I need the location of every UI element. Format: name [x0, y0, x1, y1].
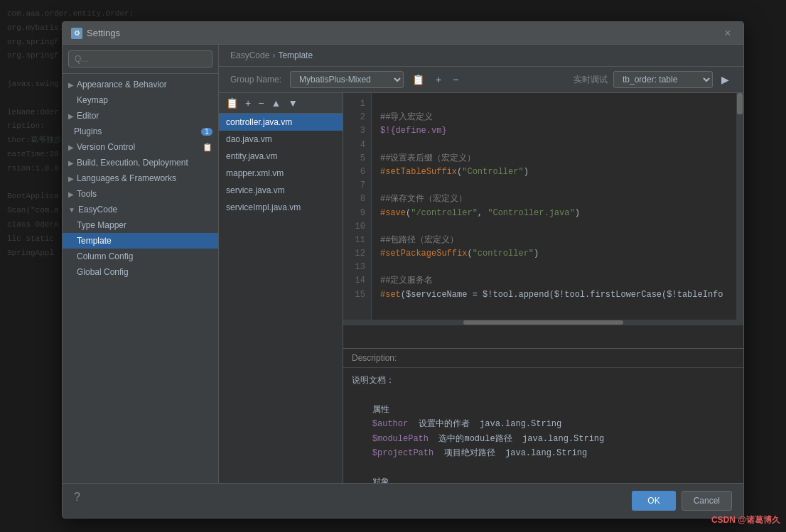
dialog-title-text: Settings [87, 28, 120, 38]
dialog-body: ▶ Appearance & Behavior Keymap ▶ Editor … [63, 45, 743, 483]
toolbar: Group Name: MybatisPlus-Mixed Default Cu… [219, 67, 743, 93]
sidebar-item-label: Plugins [74, 126, 102, 136]
arrow-icon: ▶ [68, 175, 74, 183]
desc-line: $projectPath 项目绝对路径 java.lang.String [352, 446, 735, 460]
arrow-icon: ▶ [68, 159, 74, 167]
group-select[interactable]: MybatisPlus-Mixed Default Custom [290, 71, 404, 88]
arrow-icon: ▼ [68, 206, 75, 214]
sidebar-item-editor[interactable]: ▶ Editor [63, 108, 218, 124]
table-select[interactable]: tb_order: table [613, 71, 713, 88]
horizontal-scrollbar[interactable] [343, 320, 743, 325]
desc-line: $author 设置中的作者 java.lang.String [352, 417, 735, 431]
sidebar-item-global-config[interactable]: Global Config [63, 264, 218, 280]
line-numbers: 1 2 3 4 5 6 7 8 9 10 11 [343, 93, 372, 320]
arrow-icon: ▶ [68, 143, 74, 151]
nav-tree: ▶ Appearance & Behavior Keymap ▶ Editor … [63, 74, 218, 483]
list-item[interactable]: controller.java.vm [219, 114, 343, 131]
cancel-button[interactable]: Cancel [682, 491, 732, 511]
list-down-button[interactable]: ▼ [285, 96, 301, 110]
add-button[interactable]: + [433, 72, 444, 87]
sidebar-item-label: EasyCode [78, 205, 117, 215]
breadcrumb-separator: › [272, 50, 275, 60]
code-panel: 1 2 3 4 5 6 7 8 9 10 11 [343, 93, 743, 483]
scrollbar-thumb-h [463, 320, 623, 325]
list-toolbar: 📋 + − ▲ ▼ [219, 93, 343, 114]
debug-label: 实时调试 [574, 74, 608, 86]
list-up-button[interactable]: ▲ [268, 96, 284, 110]
watermark: CSDN @诸葛博久 [711, 514, 780, 526]
search-box [63, 45, 218, 74]
sidebar-item-keymap[interactable]: Keymap [63, 92, 218, 108]
sidebar-item-type-mapper[interactable]: Type Mapper [63, 217, 218, 233]
description-content[interactable]: 说明文档： 属性 $author 设置中的作者 java.lang.String… [343, 368, 743, 483]
copy-button[interactable]: 📋 [409, 72, 427, 87]
dialog-footer: ? OK Cancel [63, 483, 743, 518]
description-header: Description: [343, 349, 743, 368]
list-item[interactable]: serviceImpl.java.vm [219, 199, 343, 216]
code-lines: ##导入宏定义 $!{define.vm} ##设置表后缀（宏定义） #setT… [372, 93, 736, 320]
list-items: controller.java.vm dao.java.vm entity.ja… [219, 114, 343, 483]
sidebar-item-label: Appearance & Behavior [77, 80, 167, 89]
sidebar-item-tools[interactable]: ▶ Tools [63, 186, 218, 202]
arrow-icon: ▶ [68, 112, 74, 120]
sidebar-item-label: Editor [77, 111, 99, 121]
list-item[interactable]: entity.java.vm [219, 148, 343, 165]
sidebar-item-easycode[interactable]: ▼ EasyCode [63, 202, 218, 217]
search-input[interactable] [68, 50, 212, 67]
content-area: EasyCode › Template Group Name: MybatisP… [219, 45, 743, 483]
sidebar-item-build-execution[interactable]: ▶ Build, Execution, Deployment [63, 155, 218, 170]
sidebar: ▶ Appearance & Behavior Keymap ▶ Editor … [63, 45, 219, 483]
settings-dialog: ⚙ Settings × ▶ Appearance & Behavior Key… [62, 21, 744, 519]
help-icon[interactable]: ? [74, 491, 80, 511]
desc-line: 属性 [352, 403, 735, 417]
sidebar-item-label: Column Config [77, 251, 133, 261]
desc-line: $modulePath 选中的module路径 java.lang.String [352, 432, 735, 446]
sidebar-item-label: Languages & Frameworks [77, 173, 176, 183]
sidebar-item-languages-frameworks[interactable]: ▶ Languages & Frameworks [63, 170, 218, 186]
sidebar-item-column-config[interactable]: Column Config [63, 249, 218, 264]
desc-line: 说明文档： [352, 374, 735, 388]
list-add-button[interactable]: + [242, 96, 254, 110]
breadcrumb-parent: EasyCode [230, 50, 269, 60]
list-remove-button[interactable]: − [255, 96, 267, 110]
dialog-titlebar: ⚙ Settings × [63, 22, 743, 45]
desc-line [352, 388, 735, 402]
breadcrumb: EasyCode › Template [219, 45, 743, 67]
list-item[interactable]: mapper.xml.vm [219, 165, 343, 182]
sidebar-item-label: Version Control [77, 142, 135, 152]
code-content: 1 2 3 4 5 6 7 8 9 10 11 [343, 93, 743, 320]
main-area: 📋 + − ▲ ▼ controller.java.vm dao.java.vm… [219, 93, 743, 483]
sidebar-item-template[interactable]: Template [63, 233, 218, 249]
arrow-icon: ▶ [68, 190, 74, 198]
desc-line [352, 460, 735, 474]
description-panel: Description: 说明文档： 属性 $author 设置中的作者 jav… [343, 348, 743, 483]
template-list: 📋 + − ▲ ▼ controller.java.vm dao.java.vm… [219, 93, 343, 483]
desc-line: 对象 [352, 475, 735, 483]
arrow-icon: ▶ [68, 81, 74, 89]
sidebar-item-label: Template [77, 236, 112, 246]
code-area[interactable]: 1 2 3 4 5 6 7 8 9 10 11 [343, 93, 743, 348]
list-item[interactable]: dao.java.vm [219, 131, 343, 148]
sidebar-item-label: Type Mapper [77, 220, 126, 230]
list-item[interactable]: service.java.vm [219, 182, 343, 199]
list-copy-button[interactable]: 📋 [223, 96, 241, 110]
right-scrollbar[interactable] [736, 93, 743, 320]
breadcrumb-current: Template [278, 50, 313, 60]
run-button[interactable]: ▶ [718, 72, 732, 87]
settings-icon: ⚙ [71, 28, 82, 39]
sidebar-item-version-control[interactable]: ▶ Version Control 📋 [63, 139, 218, 155]
ok-button[interactable]: OK [632, 491, 675, 511]
remove-button[interactable]: − [450, 72, 461, 87]
scrollbar-thumb [737, 93, 743, 114]
sidebar-item-appearance-behavior[interactable]: ▶ Appearance & Behavior [63, 77, 218, 92]
sidebar-item-plugins[interactable]: Plugins 1 [63, 124, 218, 139]
sidebar-item-label: Tools [77, 189, 97, 199]
sidebar-item-label: Build, Execution, Deployment [77, 158, 188, 168]
group-name-label: Group Name: [230, 75, 281, 85]
plugins-badge: 1 [201, 128, 212, 136]
dialog-title: ⚙ Settings [71, 28, 120, 39]
close-button[interactable]: × [721, 26, 735, 40]
sidebar-item-label: Keymap [77, 95, 108, 105]
sidebar-item-label: Global Config [77, 267, 129, 277]
